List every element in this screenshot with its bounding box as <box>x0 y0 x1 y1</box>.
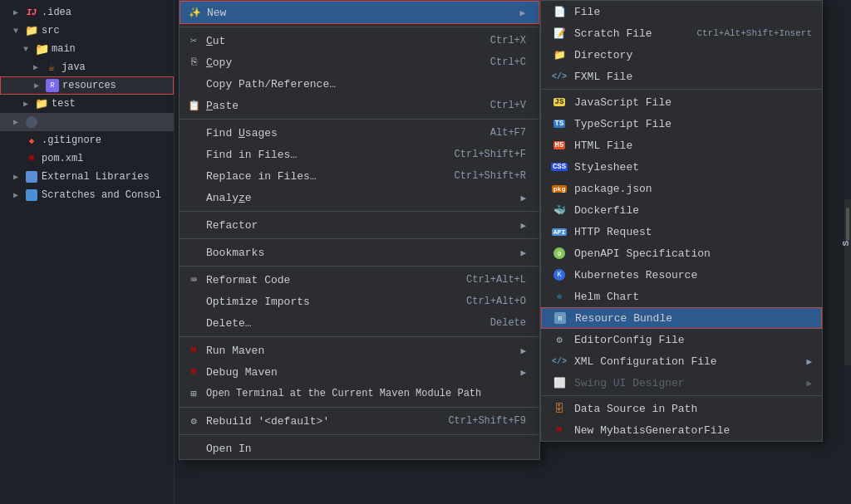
separator-2 <box>180 119 539 120</box>
submenu-mybatis[interactable]: M New MybatisGeneratorFile <box>541 419 822 441</box>
file-label: File <box>574 6 812 18</box>
refactor-icon <box>186 218 201 232</box>
submenu-docker[interactable]: 🐳 Dockerfile <box>541 199 822 221</box>
swing-label: Swing UI Designer <box>574 377 806 389</box>
sidebar-item-java[interactable]: ▶ ☕ java <box>0 58 174 76</box>
pkg-json-label: package.json <box>574 183 812 195</box>
cut-label: Cut <box>206 35 490 47</box>
scrollbar-container: S <box>844 199 851 365</box>
copy-shortcut: Ctrl+C <box>490 56 526 68</box>
openapi-icon: O <box>551 245 568 262</box>
submenu-directory[interactable]: 📁 Directory <box>541 44 822 66</box>
new-arrow: ▶ <box>519 7 525 18</box>
test-icon: 📁 <box>35 97 48 110</box>
menu-item-cut[interactable]: ✂ Cut Ctrl+X <box>180 30 539 51</box>
menu-item-optimize[interactable]: Optimize Imports Ctrl+Alt+O <box>180 291 539 312</box>
submenu-resbundle[interactable]: R Resource Bundle <box>541 307 822 329</box>
resbundle-icon: R <box>552 310 568 326</box>
sidebar-item-scratches[interactable]: ▶ Scratches and Consol <box>0 186 174 204</box>
copy-path-icon <box>186 76 201 91</box>
js-icon: JS <box>551 94 568 110</box>
k8s-icon: K <box>551 267 568 283</box>
submenu-datasource[interactable]: 🗄 Data Source in Path <box>541 398 822 419</box>
menu-item-debug-maven[interactable]: M Debug Maven ▶ <box>180 361 539 383</box>
menu-item-open-terminal[interactable]: ⊞ Open Terminal at the Current Maven Mod… <box>180 383 539 404</box>
submenu-editorconfig[interactable]: ⚙ EditorConfig File <box>541 329 822 350</box>
find-files-label: Find in Files… <box>206 149 455 161</box>
mybatis-label: New MybatisGeneratorFile <box>574 424 812 437</box>
cut-icon: ✂ <box>186 33 201 48</box>
mybatis-icon: M <box>551 422 568 438</box>
arrow-module: ▶ <box>13 117 25 127</box>
pom-icon: M <box>25 152 38 165</box>
submenu-xml[interactable]: </> XML Configuration File ▶ <box>541 350 822 372</box>
menu-item-rebuild[interactable]: ⚙ Rebuild '<default>' Ctrl+Shift+F9 <box>180 410 539 432</box>
find-usages-shortcut: Alt+F7 <box>490 127 526 139</box>
scratch-shortcut: Ctrl+Alt+Shift+Insert <box>696 28 812 38</box>
datasource-icon: 🗄 <box>551 400 568 417</box>
replace-files-shortcut: Ctrl+Shift+R <box>455 170 526 182</box>
submenu-openapi[interactable]: O OpenAPI Specification <box>541 242 822 264</box>
submenu-js[interactable]: JS JavaScript File <box>541 91 822 113</box>
ts-icon: TS <box>551 115 568 132</box>
paste-shortcut: Ctrl+V <box>490 100 526 111</box>
scrollbar-thumb[interactable] <box>846 208 849 241</box>
menu-item-bookmarks[interactable]: Bookmarks ▶ <box>180 242 539 263</box>
file-tree: ▶ IJ .idea ▼ 📁 src ▼ 📁 main ▶ ☕ java ▶ R… <box>0 0 175 504</box>
debug-maven-label: Debug Maven <box>206 366 514 379</box>
helm-label: Helm Chart <box>574 291 812 303</box>
menu-item-replace-files[interactable]: Replace in Files… Ctrl+Shift+R <box>180 165 539 187</box>
sidebar-item-test[interactable]: ▶ 📁 test <box>0 95 174 113</box>
sidebar-item-idea[interactable]: ▶ IJ .idea <box>0 3 174 22</box>
submenu-helm[interactable]: ⎈ Helm Chart <box>541 286 822 307</box>
menu-item-copy-path[interactable]: Copy Path/Reference… <box>180 73 539 95</box>
menu-item-analyze[interactable]: Analyze ▶ <box>180 187 539 208</box>
menu-item-find-usages[interactable]: Find Usages Alt+F7 <box>180 122 539 144</box>
submenu-scratch[interactable]: 📝 Scratch File Ctrl+Alt+Shift+Insert <box>541 22 822 44</box>
gitignore-icon: ◆ <box>25 134 38 147</box>
sidebar-item-gitignore[interactable]: ▶ ◆ .gitignore <box>0 131 174 149</box>
menu-item-refactor[interactable]: Refactor ▶ <box>180 214 539 236</box>
bookmarks-label: Bookmarks <box>206 247 514 259</box>
menu-item-reformat[interactable]: ⌨ Reformat Code Ctrl+Alt+L <box>180 269 539 291</box>
submenu-http[interactable]: API HTTP Request <box>541 221 822 242</box>
sidebar-item-src[interactable]: ▼ 📁 src <box>0 22 174 40</box>
idea-label: .idea <box>42 7 71 18</box>
menu-item-delete[interactable]: Delete… Delete <box>180 312 539 334</box>
new-menu-icon: ✨ <box>187 5 202 20</box>
sidebar-item-pom[interactable]: ▶ M pom.xml <box>0 149 174 168</box>
sidebar-item-module[interactable]: ▶ <box>0 113 174 131</box>
openapi-label: OpenAPI Specification <box>574 247 812 260</box>
separator-7 <box>180 407 539 408</box>
analyze-label: Analyze <box>206 192 514 204</box>
submenu-pkg-json[interactable]: pkg package.json <box>541 178 822 199</box>
css-icon: CSS <box>551 159 568 175</box>
menu-item-run-maven[interactable]: M Run Maven ▶ <box>180 340 539 361</box>
submenu-file[interactable]: 📄 File <box>541 1 822 22</box>
separator-3 <box>180 211 539 212</box>
datasource-label: Data Source in Path <box>574 403 812 415</box>
submenu-css[interactable]: CSS Stylesheet <box>541 156 822 178</box>
resources-label: resources <box>62 80 116 91</box>
copy-icon: ⎘ <box>186 55 201 70</box>
sidebar-item-resources[interactable]: ▶ R resources <box>0 76 174 95</box>
menu-item-open-in[interactable]: Open In <box>180 438 539 459</box>
sidebar-item-extlib[interactable]: ▶ External Libraries <box>0 168 174 186</box>
menu-item-paste[interactable]: 📋 Paste Ctrl+V <box>180 95 539 116</box>
menu-item-copy[interactable]: ⎘ Copy Ctrl+C <box>180 51 539 73</box>
menu-item-find-files[interactable]: Find in Files… Ctrl+Shift+F <box>180 144 539 165</box>
module-icon <box>25 115 38 129</box>
menu-item-new[interactable]: ✨ New ▶ <box>180 1 539 24</box>
sidebar-item-main[interactable]: ▼ 📁 main <box>0 40 174 58</box>
pkg-json-icon: pkg <box>551 180 568 197</box>
replace-files-label: Replace in Files… <box>206 170 455 183</box>
bookmarks-icon <box>186 245 201 260</box>
submenu-k8s[interactable]: K Kubernetes Resource <box>541 264 822 286</box>
reformat-icon: ⌨ <box>186 272 201 287</box>
submenu-fxml[interactable]: </> FXML File <box>541 66 822 87</box>
arrow-resources: ▶ <box>34 81 46 91</box>
submenu-html[interactable]: H5 HTML File <box>541 135 822 156</box>
directory-label: Directory <box>574 49 812 61</box>
submenu-ts[interactable]: TS TypeScript File <box>541 113 822 135</box>
bookmarks-arrow: ▶ <box>520 247 526 258</box>
